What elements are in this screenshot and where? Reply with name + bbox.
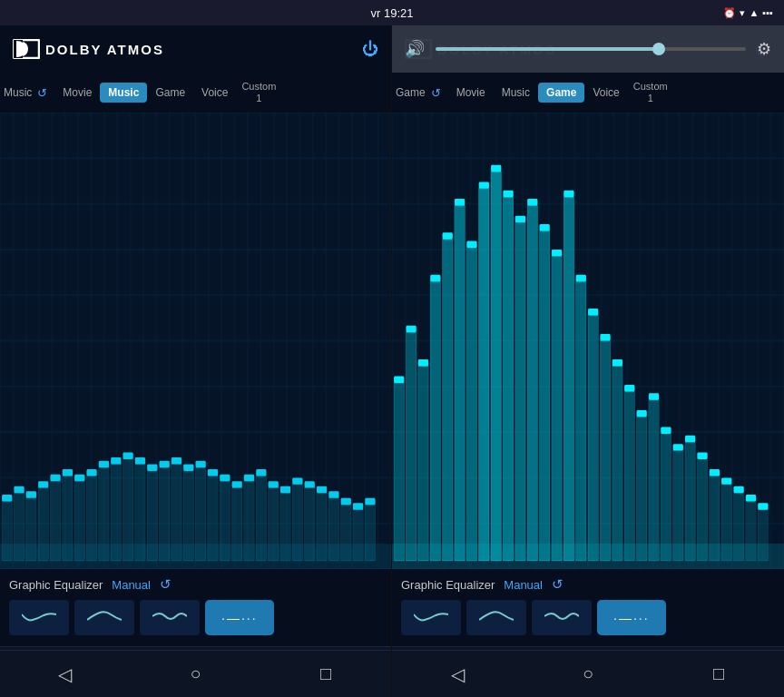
preset-btn-2-right[interactable] [466, 600, 526, 635]
tab-movie-right[interactable]: Movie [448, 83, 494, 103]
tab-music-right[interactable]: Music [494, 83, 538, 103]
svg-rect-110 [612, 366, 622, 560]
volume-settings-icon[interactable]: ⚙ [757, 39, 771, 59]
battery-icon: ▪▪▪ [762, 7, 773, 18]
volume-thumb[interactable] [652, 43, 665, 55]
active-preset-right[interactable]: ·—··· [597, 600, 666, 635]
dash-indicator-left: ·—··· [221, 611, 258, 625]
tab-voice-left[interactable]: Voice [193, 83, 236, 103]
svg-rect-74 [394, 383, 404, 561]
bottom-controls-left: Graphic Equalizer Manual ↺ [0, 569, 391, 646]
preset-curve-3-right [544, 607, 579, 625]
svg-rect-28 [122, 452, 132, 458]
svg-rect-103 [564, 191, 573, 197]
main-area: DOLBY ATMOS ⏻ Music ↺ Movie Music Game V… [0, 25, 784, 697]
svg-rect-119 [661, 427, 671, 434]
recents-btn-left[interactable]: □ [303, 656, 348, 692]
svg-rect-75 [394, 377, 404, 383]
svg-rect-82 [443, 240, 453, 561]
status-icons: ⏰ ▾ ▲ ▪▪▪ [723, 7, 773, 19]
dolby-logo-left: DOLBY ATMOS [13, 39, 164, 59]
mode-tabs-right: Game ↺ Movie Music Game Voice Custom1 [392, 73, 784, 113]
mode-tabs-left: Music ↺ Movie Music Game Voice Custom1 [0, 73, 391, 113]
svg-rect-118 [661, 434, 671, 561]
bottom-controls-right: Graphic Equalizer Manual ↺ [392, 569, 784, 646]
volume-bar: 🔊 ⚙ [392, 25, 784, 73]
nav-bar-left: ◁ ○ □ [0, 650, 391, 697]
volume-fill [436, 47, 659, 51]
preset-curve-3-left [152, 607, 187, 625]
eq-reset-right[interactable]: ↺ [552, 576, 564, 593]
svg-rect-79 [418, 359, 428, 366]
tab-game-left[interactable]: Game [147, 83, 193, 103]
back-btn-right[interactable]: ◁ [435, 656, 480, 692]
preset-curve-1-left [22, 607, 56, 625]
svg-rect-99 [540, 224, 550, 231]
signal-icon: ▲ [749, 7, 759, 18]
preset-btn-3-left[interactable] [140, 600, 200, 635]
svg-rect-115 [636, 410, 646, 417]
volume-slider-track[interactable] [436, 47, 746, 51]
recents-btn-right[interactable]: □ [696, 656, 741, 692]
eq-reset-left[interactable]: ↺ [160, 576, 172, 593]
svg-rect-62 [328, 491, 338, 497]
svg-rect-129 [721, 477, 731, 484]
panel-right: DOLBY ATMOS ⏻ Game ↺ Movie Music Game Vo… [392, 25, 784, 697]
active-preset-left[interactable]: ·—··· [205, 600, 274, 635]
svg-rect-42 [208, 469, 218, 476]
eq-label-left: Graphic Equalizer [9, 578, 103, 592]
svg-rect-93 [503, 191, 513, 197]
preset-curve-1-right [414, 607, 448, 625]
eq-label-row-right: Graphic Equalizer Manual ↺ [401, 576, 775, 593]
home-btn-right[interactable]: ○ [565, 656, 611, 692]
svg-rect-10 [14, 486, 24, 493]
svg-rect-107 [588, 309, 598, 315]
tab-game-right[interactable]: Game [538, 83, 584, 103]
svg-rect-131 [733, 486, 743, 493]
back-btn-left[interactable]: ◁ [43, 656, 88, 692]
eq-presets-left: ·—··· [9, 600, 382, 635]
svg-rect-91 [491, 165, 501, 172]
preset-btn-1-left[interactable] [9, 600, 69, 635]
preset-btn-2-left[interactable] [74, 600, 134, 635]
svg-rect-123 [685, 436, 695, 442]
svg-rect-24 [99, 461, 109, 467]
mode-label-right: Game [396, 86, 426, 99]
mode-refresh-right[interactable]: ↺ [431, 86, 441, 100]
tab-music-left[interactable]: Music [100, 83, 147, 103]
svg-rect-14 [38, 481, 48, 487]
preset-curve-2-left [87, 607, 122, 625]
svg-rect-58 [305, 481, 315, 487]
svg-rect-18 [63, 469, 73, 476]
tab-voice-right[interactable]: Voice [584, 83, 627, 103]
svg-rect-109 [600, 334, 610, 340]
preset-btn-3-right[interactable] [532, 600, 592, 635]
svg-rect-36 [172, 457, 181, 464]
eq-area-left [0, 113, 391, 569]
wifi-icon: ▾ [740, 7, 745, 19]
svg-rect-54 [280, 486, 290, 493]
dash-indicator-right: ·—··· [613, 611, 650, 625]
svg-rect-84 [455, 205, 465, 560]
svg-rect-101 [552, 250, 562, 256]
tab-movie-left[interactable]: Movie [54, 83, 100, 103]
svg-rect-68 [365, 498, 375, 505]
svg-rect-108 [600, 341, 610, 561]
svg-rect-85 [455, 199, 465, 205]
dolby-logo-text-left: DOLBY ATMOS [45, 42, 164, 57]
preset-btn-1-right[interactable] [401, 600, 461, 635]
svg-rect-12 [26, 491, 36, 497]
svg-rect-30 [135, 457, 145, 464]
svg-rect-16 [50, 475, 60, 481]
svg-rect-48 [244, 475, 254, 481]
tab-custom-left[interactable]: Custom1 [236, 77, 281, 108]
power-icon-left[interactable]: ⏻ [362, 40, 378, 59]
svg-rect-90 [491, 172, 501, 560]
svg-rect-20 [74, 475, 84, 481]
mode-refresh-left[interactable]: ↺ [37, 86, 47, 100]
tab-custom-right[interactable]: Custom1 [628, 77, 673, 108]
svg-rect-81 [430, 275, 440, 281]
svg-rect-46 [232, 481, 242, 487]
home-btn-left[interactable]: ○ [172, 656, 218, 692]
svg-rect-97 [527, 199, 537, 205]
